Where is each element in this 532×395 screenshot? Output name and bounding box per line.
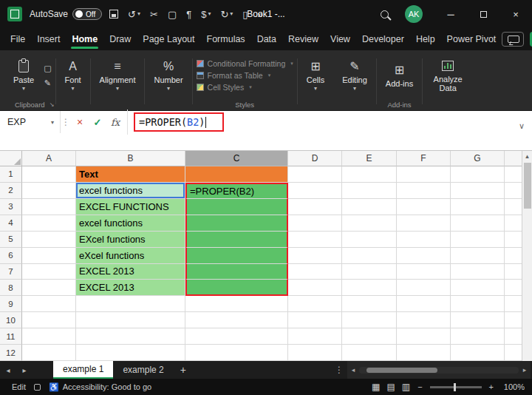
cell-F12[interactable] — [397, 345, 451, 361]
insert-function-button[interactable]: fx — [106, 111, 124, 133]
cell-A3[interactable] — [22, 199, 76, 215]
row-header-3[interactable]: 3 — [0, 199, 22, 215]
cell-C6[interactable] — [185, 248, 288, 264]
cell-E8[interactable] — [342, 280, 397, 296]
row-header-7[interactable]: 7 — [0, 264, 22, 280]
formula-bar-handle[interactable]: ⋮ — [61, 111, 71, 133]
cell-E7[interactable] — [342, 264, 397, 280]
cell-B9[interactable] — [76, 296, 185, 312]
zoom-out-button[interactable]: − — [417, 382, 422, 391]
cell-F7[interactable] — [397, 264, 451, 280]
cell-E3[interactable] — [342, 199, 397, 215]
cell-C3[interactable] — [185, 199, 288, 215]
sheet-tab-example-2[interactable]: example 2 — [113, 361, 173, 379]
cell-E10[interactable] — [342, 312, 397, 328]
cell-B3[interactable]: EXCEL FUNCTIONS — [76, 199, 185, 215]
normal-view-icon[interactable]: ▦ — [372, 382, 380, 392]
cancel-button[interactable]: × — [71, 111, 89, 133]
cell-A8[interactable] — [22, 280, 76, 296]
macro-record-icon[interactable] — [34, 384, 41, 391]
cell-G1[interactable] — [451, 166, 505, 183]
add-sheet-button[interactable]: + — [174, 364, 193, 376]
page-break-view-icon[interactable]: ▥ — [402, 382, 410, 392]
cell-D5[interactable] — [288, 232, 342, 248]
cell-F9[interactable] — [397, 296, 451, 312]
cell-C2[interactable]: =PROPER(B2) — [185, 183, 288, 199]
clipboard-dialog-launcher-icon[interactable]: ↘ — [50, 101, 55, 108]
cell-E4[interactable] — [342, 215, 397, 232]
row-header-12[interactable]: 12 — [0, 345, 22, 361]
row-header-2[interactable]: 2 — [0, 183, 22, 199]
styles-item-cell-styles-dropdown-icon[interactable]: ▾ — [249, 84, 252, 90]
cell-G8[interactable] — [451, 280, 505, 296]
select-all-corner[interactable] — [0, 151, 22, 166]
cell-A4[interactable] — [22, 215, 76, 232]
cell-E11[interactable] — [342, 328, 397, 345]
cell-A10[interactable] — [22, 312, 76, 328]
column-header-F[interactable]: F — [397, 151, 451, 166]
menu-tab-draw[interactable]: Draw — [103, 30, 137, 49]
copy-button[interactable]: ▢ — [168, 10, 177, 19]
cell-E2[interactable] — [342, 183, 397, 199]
cell-C12[interactable] — [185, 345, 288, 361]
column-header-A[interactable]: A — [22, 151, 76, 166]
styles-item-conditional-formatting[interactable]: Conditional Formatting▾ — [197, 59, 293, 68]
cell-G12[interactable] — [451, 345, 505, 361]
hscroll-thumb[interactable] — [366, 368, 437, 373]
vertical-scrollbar[interactable]: ▴ — [522, 151, 532, 361]
cut-button[interactable]: ✂ — [150, 10, 158, 19]
cell-D8[interactable] — [288, 280, 342, 296]
copy-small-button[interactable]: ▢ — [44, 64, 51, 73]
cell-D9[interactable] — [288, 296, 342, 312]
cell-G3[interactable] — [451, 199, 505, 215]
cell-B5[interactable]: EXcel functions — [76, 232, 185, 248]
alignment-button[interactable]: ≡ Alignment ▾ — [95, 58, 141, 94]
menu-tab-developer[interactable]: Developer — [356, 30, 410, 49]
cell-B10[interactable] — [76, 312, 185, 328]
editing-dropdown-icon[interactable]: ▾ — [353, 86, 356, 92]
menu-tab-help[interactable]: Help — [410, 30, 441, 49]
cell-A7[interactable] — [22, 264, 76, 280]
cell-B12[interactable] — [76, 345, 185, 361]
row-header-10[interactable]: 10 — [0, 312, 22, 328]
alignment-dropdown-icon[interactable]: ▾ — [116, 86, 119, 92]
cell-C1[interactable] — [185, 166, 288, 183]
cell-G10[interactable] — [451, 312, 505, 328]
styles-item-cell-styles[interactable]: Cell Styles▾ — [197, 83, 293, 92]
cell-F4[interactable] — [397, 215, 451, 232]
cell-C9[interactable] — [185, 296, 288, 312]
close-button[interactable]: × — [499, 0, 532, 28]
cell-B2[interactable]: excel functions — [76, 183, 185, 199]
cell-B6[interactable]: eXcel functions — [76, 248, 185, 264]
cell-D12[interactable] — [288, 345, 342, 361]
horizontal-scrollbar[interactable]: ◂ ▸ — [347, 361, 531, 379]
column-header-G[interactable]: G — [451, 151, 505, 166]
paste-dropdown-icon[interactable]: ▾ — [22, 86, 25, 92]
cell-D6[interactable] — [288, 248, 342, 264]
cell-C4[interactable] — [185, 215, 288, 232]
maximize-button[interactable] — [467, 0, 499, 28]
cell-A1[interactable] — [22, 166, 76, 183]
column-header-B[interactable]: B — [76, 151, 185, 166]
cell-D10[interactable] — [288, 312, 342, 328]
cell-A12[interactable] — [22, 345, 76, 361]
menu-tab-insert[interactable]: Insert — [31, 30, 66, 49]
cell-G2[interactable] — [451, 183, 505, 199]
number-dropdown-icon[interactable]: ▾ — [167, 86, 170, 92]
cell-F6[interactable] — [397, 248, 451, 264]
menu-tab-view[interactable]: View — [324, 30, 356, 49]
cell-A11[interactable] — [22, 328, 76, 345]
redo-button[interactable]: ↻▾ — [220, 10, 233, 19]
number-button[interactable]: % Number ▾ — [149, 58, 188, 94]
sheet-nav-left-icon[interactable]: ◂ — [0, 366, 16, 374]
font-dropdown-icon[interactable]: ▾ — [72, 86, 75, 92]
cell-C5[interactable] — [185, 232, 288, 248]
cell-G9[interactable] — [451, 296, 505, 312]
cell-G4[interactable] — [451, 215, 505, 232]
cell-C7[interactable] — [185, 264, 288, 280]
hscroll-left-icon[interactable]: ◂ — [349, 366, 358, 374]
menu-tab-home[interactable]: Home — [66, 30, 103, 49]
editing-button[interactable]: ✎ Editing ▾ — [337, 58, 372, 94]
font-button[interactable]: A Font ▾ — [60, 58, 86, 94]
cell-D4[interactable] — [288, 215, 342, 232]
